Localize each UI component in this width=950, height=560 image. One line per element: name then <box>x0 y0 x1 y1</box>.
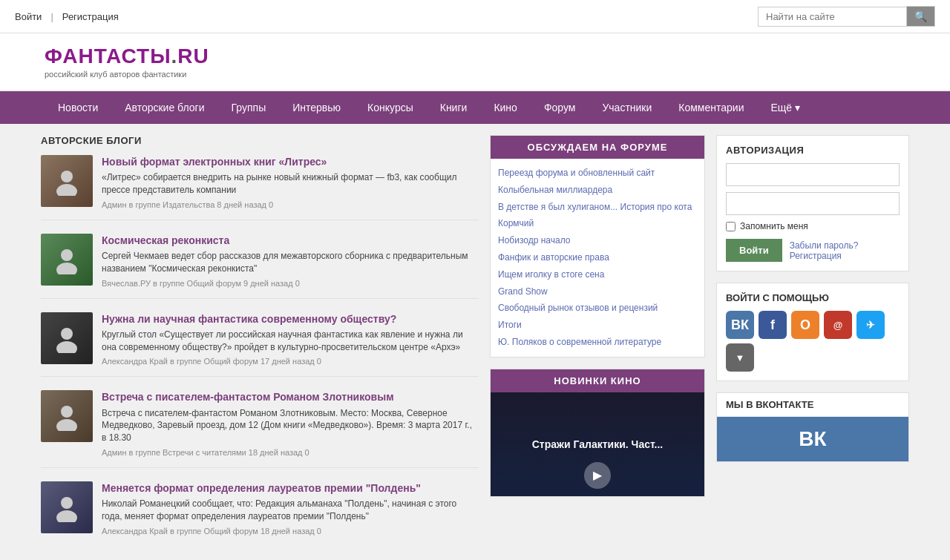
forum-link[interactable]: Итоги <box>498 317 697 334</box>
middle-column: ОБСУЖДАЕМ НА ФОРУМЕ Переезд форума и обн… <box>490 135 705 559</box>
nav-contests[interactable]: Конкурсы <box>354 91 427 124</box>
nav-books[interactable]: Книги <box>427 91 481 124</box>
forum-link[interactable]: Нобизодр начало <box>498 232 697 249</box>
search-input[interactable] <box>758 7 906 27</box>
blog-meta: Александра Край в группе Общий форум 17 … <box>102 357 479 366</box>
nav-cinema[interactable]: Кино <box>480 91 531 124</box>
blog-excerpt: Встреча с писателем-фантастом Романом Зл… <box>102 407 479 444</box>
auth-password-input[interactable] <box>726 192 900 215</box>
forum-link[interactable]: Кормчий <box>498 215 697 232</box>
blog-meta: Админ в группе Издательства 8 дней назад… <box>102 200 479 209</box>
blog-title[interactable]: Космическая реконкиста <box>102 234 479 247</box>
page-content: АВТОРСКИЕ БЛОГИ Новый формат электронных… <box>30 124 920 560</box>
avatar-image <box>41 155 93 207</box>
odnoklassniki-login-icon[interactable]: О <box>791 311 819 339</box>
blog-excerpt: Сергей Чекмаев ведет сбор рассказов для … <box>102 250 479 275</box>
cinema-thumbnail[interactable]: Стражи Галактики. Част... ▶ <box>491 392 704 496</box>
svg-point-0 <box>61 171 73 182</box>
auth-title: АВТОРИЗАЦИЯ <box>726 145 900 156</box>
blog-content: Встреча с писателем-фантастом Романом Зл… <box>102 390 479 457</box>
register-link-auth[interactable]: Регистрация <box>790 251 859 261</box>
forgot-password-link[interactable]: Забыли пароль? <box>790 240 859 251</box>
avatar <box>41 481 93 533</box>
svg-point-4 <box>61 328 73 340</box>
forum-link[interactable]: Колыбельная миллиардера <box>498 182 697 199</box>
remember-checkbox[interactable] <box>726 222 736 231</box>
cinema-title: Стражи Галактики. Част... <box>525 431 671 458</box>
twitter-login-icon[interactable]: ✈ <box>856 311 885 339</box>
forum-link[interactable]: Фанфик и авторские права <box>498 249 697 266</box>
nav-forum[interactable]: Форум <box>531 91 589 124</box>
vk-widget-button: ВК <box>799 427 826 451</box>
blog-title[interactable]: Встреча с писателем-фантастом Романом Зл… <box>102 390 479 403</box>
blogs-title: АВТОРСКИЕ БЛОГИ <box>41 135 479 146</box>
vk-widget-title: МЫ В ВКОНТАКТЕ <box>717 393 908 417</box>
blog-title[interactable]: Меняется формат определения лауреатов пр… <box>102 481 479 495</box>
avatar <box>41 155 93 207</box>
auth-login-input[interactable] <box>726 163 900 186</box>
blog-item: Новый формат электронных книг «Литрес» «… <box>41 155 479 220</box>
vk-widget-body[interactable]: ВК <box>717 417 908 461</box>
avatar-image <box>41 234 93 286</box>
blog-item: Космическая реконкиста Сергей Чекмаев ве… <box>41 234 479 299</box>
social-icons: ВК f О @ ✈ ▼ <box>726 311 900 372</box>
more-logins-icon[interactable]: ▼ <box>726 343 754 372</box>
search-box: 🔍 <box>758 6 935 27</box>
site-header: ФАНТАСТЫ.RU российский клуб авторов фант… <box>0 33 950 91</box>
nav-groups[interactable]: Группы <box>218 91 280 124</box>
forum-link[interactable]: Grand Show <box>498 283 697 300</box>
nav-more[interactable]: Ещё ▾ <box>757 91 813 124</box>
facebook-login-icon[interactable]: f <box>759 311 787 339</box>
auth-actions: Войти Забыли пароль? Регистрация <box>726 239 900 262</box>
auth-remember: Запомнить меня <box>726 221 900 231</box>
logo-dot: . <box>171 45 178 67</box>
blog-excerpt: Круглый стол «Существует ли российская н… <box>102 329 479 354</box>
blog-excerpt: «Литрес» собирается внедрить на рынке но… <box>102 171 479 197</box>
svg-point-9 <box>56 510 77 522</box>
login-link[interactable]: Войти <box>15 11 42 22</box>
remember-label: Запомнить меня <box>740 221 808 231</box>
social-section: ВОЙТИ С ПОМОЩЬЮ ВК f О @ ✈ ▼ <box>716 283 909 381</box>
svg-point-7 <box>56 419 77 431</box>
forum-box: ОБСУЖДАЕМ НА ФОРУМЕ Переезд форума и обн… <box>490 135 705 358</box>
blog-meta: Админ в группе Встречи с читателями 18 д… <box>102 448 479 457</box>
forum-link[interactable]: Свободный рынок отзывов и рецензий <box>498 300 697 317</box>
top-bar: Войти | Регистрация 🔍 <box>0 0 950 33</box>
logo-subtitle: российский клуб авторов фантастики <box>45 70 905 79</box>
login-button[interactable]: Войти <box>726 239 782 262</box>
blog-content: Меняется формат определения лауреатов пр… <box>102 481 479 536</box>
play-button[interactable]: ▶ <box>584 462 611 489</box>
blog-item: Встреча с писателем-фантастом Романом Зл… <box>41 390 479 468</box>
forum-link[interactable]: Ищем иголку в стоге сена <box>498 266 697 283</box>
forum-link[interactable]: В детстве я был хулиганом... История про… <box>498 199 697 216</box>
forum-link[interactable]: Ю. Поляков о современной литературе <box>498 334 697 351</box>
avatar <box>41 390 93 442</box>
logo-main: ФАНТАСТЫ <box>45 45 171 67</box>
nav-news[interactable]: Новости <box>45 91 111 124</box>
blog-meta: Вячеслав.РУ в группе Общий форум 9 дней … <box>102 279 479 288</box>
mailru-login-icon[interactable]: @ <box>824 311 852 339</box>
vk-login-icon[interactable]: ВК <box>726 311 754 339</box>
auth-links: Забыли пароль? Регистрация <box>790 240 859 261</box>
blog-title[interactable]: Нужна ли научная фантастика современному… <box>102 312 479 326</box>
forum-header: ОБСУЖДАЕМ НА ФОРУМЕ <box>491 136 704 159</box>
search-button[interactable]: 🔍 <box>906 6 935 27</box>
blog-content: Новый формат электронных книг «Литрес» «… <box>102 155 479 209</box>
nav-members[interactable]: Участники <box>589 91 665 124</box>
svg-point-1 <box>56 184 77 196</box>
nav-interviews[interactable]: Интервью <box>279 91 354 124</box>
main-nav: Новости Авторские блоги Группы Интервью … <box>0 91 950 124</box>
blog-content: Космическая реконкиста Сергей Чекмаев ве… <box>102 234 479 288</box>
svg-point-6 <box>61 406 73 418</box>
blogs-section: АВТОРСКИЕ БЛОГИ Новый формат электронных… <box>41 135 479 559</box>
social-title: ВОЙТИ С ПОМОЩЬЮ <box>726 292 900 303</box>
cinema-header: НОВИНКИ КИНО <box>491 369 704 392</box>
nav-blogs[interactable]: Авторские блоги <box>111 91 217 124</box>
avatar <box>41 312 93 364</box>
register-link[interactable]: Регистрация <box>62 11 119 22</box>
forum-link[interactable]: Переезд форума и обновленный сайт <box>498 165 697 182</box>
nav-comments[interactable]: Комментарии <box>665 91 757 124</box>
vk-widget: МЫ В ВКОНТАКТЕ ВК <box>716 392 909 462</box>
blog-title[interactable]: Новый формат электронных книг «Литрес» <box>102 155 479 168</box>
blog-item: Нужна ли научная фантастика современному… <box>41 312 479 378</box>
